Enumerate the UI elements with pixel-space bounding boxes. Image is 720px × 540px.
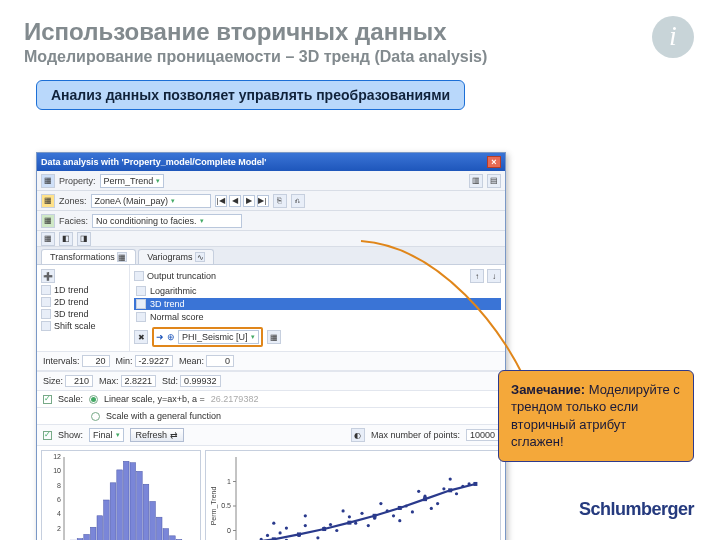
svg-rect-103	[423, 497, 427, 501]
opt-logarithmic[interactable]: Logarithmic	[134, 285, 501, 297]
slide-title: Использование вторичных данных	[24, 18, 696, 46]
general-label: Scale with a general function	[106, 411, 221, 421]
list-item[interactable]: 1D trend	[41, 285, 125, 295]
tab-variograms[interactable]: Variograms ∿	[138, 249, 214, 265]
delete-icon[interactable]: ✖	[134, 330, 148, 344]
svg-point-90	[367, 524, 370, 527]
trend-attribute-highlight: ➜ ⊕ PHI_Seismic [U]▾	[152, 327, 263, 347]
property-dropdown[interactable]: Perm_Trend▾	[100, 174, 165, 188]
refresh-button[interactable]: Refresh ⇄	[130, 428, 184, 442]
list-item[interactable]: 3D trend	[41, 309, 125, 319]
list-item[interactable]: 2D trend	[41, 297, 125, 307]
svg-rect-23	[110, 483, 116, 540]
svg-rect-99	[322, 527, 326, 531]
svg-point-94	[430, 507, 433, 510]
svg-point-81	[442, 487, 445, 490]
output-trunc-icon	[134, 271, 144, 281]
facies-icon[interactable]: ▦	[41, 214, 55, 228]
zones-dropdown[interactable]: ZoneA (Main_pay)▾	[91, 194, 211, 208]
svg-rect-22	[104, 500, 110, 540]
show-row: Show: Final▾ Refresh ⇄ ◐ Max number of p…	[37, 425, 505, 446]
facies-row: ▦ Facies: No conditioning to facies.▾	[37, 211, 505, 231]
svg-text:1: 1	[227, 478, 231, 485]
show-check[interactable]	[43, 431, 52, 440]
chart-tool[interactable]: ◐	[351, 428, 365, 442]
output-truncation: Output truncation	[147, 271, 216, 281]
opt-normalscore[interactable]: Normal score	[134, 311, 501, 323]
svg-text:4: 4	[57, 510, 61, 517]
tabstrip: Transformations ▦ Variograms ∿	[37, 247, 505, 265]
svg-point-89	[342, 509, 345, 512]
svg-rect-31	[163, 529, 169, 540]
linear-radio[interactable]	[89, 395, 98, 404]
move-down-icon[interactable]: ↓	[487, 269, 501, 283]
min-value: -2.9227	[135, 355, 174, 367]
general-radio[interactable]	[91, 412, 100, 421]
close-icon[interactable]: ×	[487, 156, 501, 168]
svg-point-71	[348, 515, 351, 518]
svg-point-64	[285, 526, 288, 529]
property-icon[interactable]: ▦	[41, 174, 55, 188]
info-logo: i	[652, 16, 694, 58]
move-up-icon[interactable]: ↑	[470, 269, 484, 283]
tool-b[interactable]: ◧	[59, 232, 73, 246]
linear-a-input[interactable]: 26.2179382	[211, 394, 261, 404]
svg-point-73	[360, 512, 363, 515]
zone-tool-1[interactable]: ⎘	[273, 194, 287, 208]
window-title: Data analysis with 'Property_model/Compl…	[41, 157, 266, 167]
trend-extra-icon[interactable]: ▦	[267, 330, 281, 344]
nav-next[interactable]: ▶	[243, 195, 255, 207]
nav-last[interactable]: ▶|	[257, 195, 269, 207]
opt-3dtrend[interactable]: 3D trend	[134, 298, 501, 310]
size-value: 210	[65, 375, 93, 387]
scale-row: Scale: Linear scale, y=ax+b, a = 26.2179…	[37, 391, 505, 408]
list-item[interactable]: Shift scale	[41, 321, 125, 331]
brand-schlumberger: Schlumberger	[579, 499, 694, 520]
show-dropdown[interactable]: Final▾	[89, 428, 124, 442]
svg-rect-100	[347, 521, 351, 525]
tab-transformations[interactable]: Transformations ▦	[41, 249, 136, 265]
trend3d-icon	[41, 309, 51, 319]
facies-dropdown[interactable]: No conditioning to facies.▾	[92, 214, 242, 228]
svg-point-82	[455, 492, 458, 495]
zones-icon[interactable]: ▦	[41, 194, 55, 208]
svg-rect-32	[170, 536, 176, 540]
max-label: Max:	[99, 376, 119, 386]
callout-blue: Анализ данных позволяет управлять преобр…	[36, 80, 465, 110]
svg-point-80	[436, 502, 439, 505]
svg-point-88	[316, 536, 319, 539]
svg-text:0: 0	[227, 527, 231, 534]
callout-orange: Замечание: Моделируйте с трендом только …	[498, 370, 694, 462]
maxpts-input[interactable]: 10000	[466, 429, 499, 441]
nav-prev[interactable]: ◀	[229, 195, 241, 207]
tab-vario-icon: ∿	[195, 252, 205, 262]
tool-c[interactable]: ◨	[77, 232, 91, 246]
size-label: Size:	[43, 376, 63, 386]
scale-check[interactable]	[43, 395, 52, 404]
trend3d-icon	[136, 299, 146, 309]
tool-a[interactable]: ▦	[41, 232, 55, 246]
log-icon	[136, 286, 146, 296]
data-analysis-window: Data analysis with 'Property_model/Compl…	[36, 152, 506, 540]
svg-rect-20	[90, 527, 96, 540]
zones-row: ▦ Zones: ZoneA (Main_pay)▾ |◀ ◀ ▶ ▶| ⎘ ⎌	[37, 191, 505, 211]
svg-text:8: 8	[57, 482, 61, 489]
svg-point-62	[279, 531, 282, 534]
titlebar[interactable]: Data analysis with 'Property_model/Compl…	[37, 153, 505, 171]
svg-point-85	[272, 522, 275, 525]
trend-attr-dropdown[interactable]: PHI_Seismic [U]▾	[178, 330, 259, 344]
svg-point-69	[329, 523, 332, 526]
svg-text:Perm_Trend: Perm_Trend	[210, 487, 218, 526]
shiftscale-icon	[41, 321, 51, 331]
prop-tool-2[interactable]: ▤	[487, 174, 501, 188]
zone-tool-2[interactable]: ⎌	[291, 194, 305, 208]
scale-label: Scale:	[58, 394, 83, 404]
add-trend-icon[interactable]: ➕	[41, 269, 55, 283]
svg-rect-104	[448, 488, 452, 492]
slide-subtitle: Моделирование проницаемости – 3D тренд (…	[24, 48, 696, 66]
prop-tool-1[interactable]: ▥	[469, 174, 483, 188]
nav-first[interactable]: |◀	[215, 195, 227, 207]
svg-point-87	[304, 514, 307, 517]
intervals-input[interactable]: 20	[82, 355, 110, 367]
mini-toolbar: ▦ ◧ ◨	[37, 231, 505, 247]
